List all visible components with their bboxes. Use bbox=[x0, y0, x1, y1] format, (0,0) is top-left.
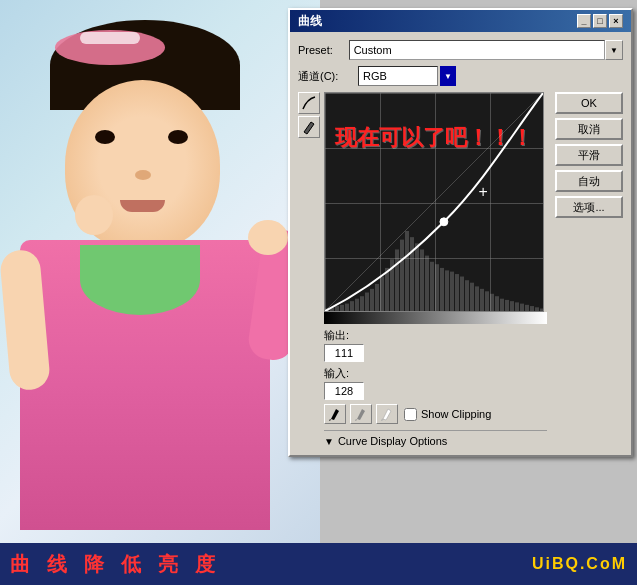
output-row: 输出: bbox=[324, 328, 547, 343]
title-buttons: _ □ × bbox=[577, 14, 623, 28]
channel-value[interactable]: RGB bbox=[358, 66, 438, 86]
curve-canvas[interactable]: 现在可以了吧！！！ + bbox=[324, 92, 544, 312]
minimize-button[interactable]: _ bbox=[577, 14, 591, 28]
left-eye bbox=[95, 130, 115, 144]
bottom-bar: 曲 线 降 低 亮 度 UiBQ.CoM bbox=[0, 543, 637, 585]
options-button[interactable]: 选项... bbox=[555, 196, 623, 218]
eyedropper-gray-button[interactable] bbox=[350, 404, 372, 424]
right-eye bbox=[168, 130, 188, 144]
collar bbox=[80, 245, 200, 315]
right-buttons-column: OK 取消 平滑 自动 选项... bbox=[555, 92, 623, 447]
pencil-tool-button[interactable] bbox=[298, 116, 320, 138]
svg-text:+: + bbox=[479, 183, 488, 200]
channel-label: 通道(C): bbox=[298, 69, 358, 84]
output-input-wrapper bbox=[324, 344, 547, 362]
channel-row: 通道(C): RGB ▼ bbox=[298, 66, 623, 86]
input-label: 输入: bbox=[324, 367, 349, 379]
curve-display-label: Curve Display Options bbox=[338, 435, 447, 447]
smooth-button[interactable]: 平滑 bbox=[555, 144, 623, 166]
dialog-titlebar: 曲线 _ □ × bbox=[290, 10, 631, 32]
show-clipping-label: Show Clipping bbox=[421, 408, 491, 420]
photo-background bbox=[0, 0, 320, 545]
preset-control: Custom ▼ bbox=[349, 40, 623, 60]
input-row: 输入: bbox=[324, 366, 547, 381]
bottom-chinese-text: 曲 线 降 低 亮 度 bbox=[10, 551, 221, 578]
eyedropper-black-button[interactable] bbox=[324, 404, 346, 424]
dialog-body: Preset: Custom ▼ 通道(C): RGB ▼ bbox=[290, 32, 631, 455]
dialog-title: 曲线 bbox=[298, 13, 322, 30]
nose bbox=[135, 170, 151, 180]
preset-value[interactable]: Custom bbox=[349, 40, 605, 60]
show-clipping-row: Show Clipping bbox=[404, 408, 491, 421]
hand-face bbox=[75, 195, 113, 235]
svg-line-0 bbox=[325, 93, 543, 311]
eyedropper-white-button[interactable] bbox=[376, 404, 398, 424]
preset-row: Preset: Custom ▼ bbox=[298, 40, 623, 60]
close-button[interactable]: × bbox=[609, 14, 623, 28]
preset-label: Preset: bbox=[298, 44, 349, 56]
auto-button[interactable]: 自动 bbox=[555, 170, 623, 192]
cancel-button[interactable]: 取消 bbox=[555, 118, 623, 140]
expand-arrow[interactable]: ▼ bbox=[324, 436, 334, 447]
output-label: 输出: bbox=[324, 328, 349, 343]
input-input-wrapper bbox=[324, 382, 547, 400]
mouth bbox=[120, 200, 165, 212]
hair-beads bbox=[80, 32, 140, 44]
curves-dialog: 曲线 _ □ × Preset: Custom ▼ 通道(C): RGB ▼ bbox=[288, 8, 633, 457]
right-hand bbox=[248, 220, 288, 255]
show-clipping-checkbox[interactable] bbox=[404, 408, 417, 421]
eyedroppers bbox=[324, 404, 398, 424]
output-input[interactable] bbox=[324, 344, 364, 362]
curve-tool-button[interactable] bbox=[298, 92, 320, 114]
preset-dropdown-arrow[interactable]: ▼ bbox=[605, 40, 623, 60]
main-content-area: 现在可以了吧！！！ + bbox=[298, 92, 623, 447]
maximize-button[interactable]: □ bbox=[593, 14, 607, 28]
channel-select-wrapper: RGB ▼ bbox=[358, 66, 456, 86]
eyedropper-row: Show Clipping bbox=[324, 404, 547, 424]
curve-canvas-wrapper: 现在可以了吧！！！ + bbox=[324, 92, 547, 447]
child-portrait bbox=[0, 0, 320, 545]
bottom-english-text: UiBQ.CoM bbox=[532, 555, 627, 573]
curve-svg: + bbox=[325, 93, 543, 311]
curve-display-row: ▼ Curve Display Options bbox=[324, 430, 547, 447]
channel-dropdown-arrow[interactable]: ▼ bbox=[440, 66, 456, 86]
svg-point-1 bbox=[440, 218, 448, 226]
input-gradient-bar bbox=[324, 312, 547, 324]
ok-button[interactable]: OK bbox=[555, 92, 623, 114]
tools-column bbox=[298, 92, 320, 447]
input-input[interactable] bbox=[324, 382, 364, 400]
